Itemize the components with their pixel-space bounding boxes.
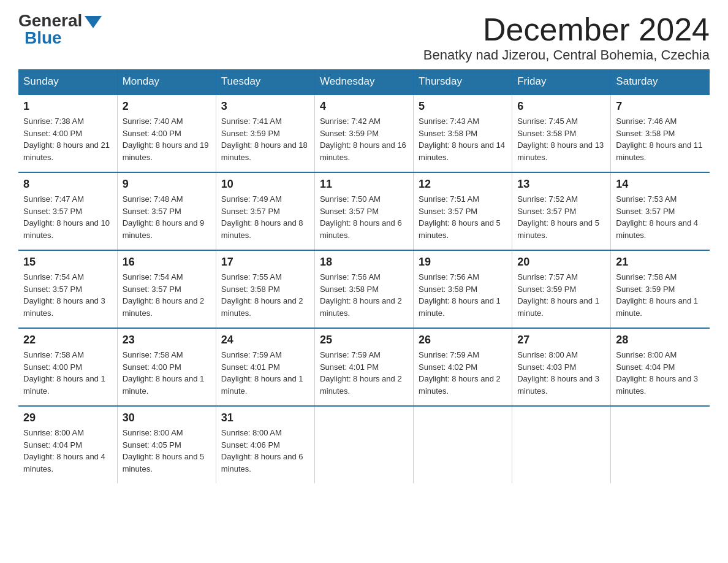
day-info: Sunrise: 7:40 AM Sunset: 4:00 PM Dayligh… [123,115,211,163]
day-info: Sunrise: 7:59 AM Sunset: 4:02 PM Dayligh… [419,349,507,397]
day-number: 27 [517,334,605,347]
day-number: 30 [123,412,211,424]
weekday-header-thursday: Thursday [414,69,512,94]
day-info: Sunrise: 7:52 AM Sunset: 3:57 PM Dayligh… [517,193,605,241]
day-info: Sunrise: 7:58 AM Sunset: 3:59 PM Dayligh… [616,271,705,319]
calendar-cell: 5 Sunrise: 7:43 AM Sunset: 3:58 PM Dayli… [414,94,512,172]
title-block: December 2024 Benatky nad Jizerou, Centr… [423,12,710,63]
day-info: Sunrise: 7:38 AM Sunset: 4:00 PM Dayligh… [23,115,112,163]
day-number: 21 [616,256,705,269]
day-number: 13 [517,178,605,191]
day-number: 29 [23,412,112,424]
day-number: 12 [419,178,507,191]
calendar-cell [512,406,611,483]
calendar-cell: 10 Sunrise: 7:49 AM Sunset: 3:57 PM Dayl… [216,172,314,250]
calendar-cell [611,406,710,483]
day-info: Sunrise: 7:46 AM Sunset: 3:58 PM Dayligh… [616,115,705,163]
calendar-table: SundayMondayTuesdayWednesdayThursdayFrid… [18,69,710,483]
page-header: General Blue December 2024 Benatky nad J… [18,12,710,63]
calendar-cell: 23 Sunrise: 7:58 AM Sunset: 4:00 PM Dayl… [117,328,216,406]
day-number: 26 [419,334,507,347]
calendar-week-row: 15 Sunrise: 7:54 AM Sunset: 3:57 PM Dayl… [18,250,710,328]
day-number: 18 [320,256,408,269]
calendar-cell: 18 Sunrise: 7:56 AM Sunset: 3:58 PM Dayl… [314,250,413,328]
calendar-cell: 20 Sunrise: 7:57 AM Sunset: 3:59 PM Dayl… [512,250,611,328]
calendar-cell [314,406,413,483]
weekday-header-tuesday: Tuesday [216,69,314,94]
calendar-cell: 14 Sunrise: 7:53 AM Sunset: 3:57 PM Dayl… [611,172,710,250]
calendar-cell: 31 Sunrise: 8:00 AM Sunset: 4:06 PM Dayl… [216,406,314,483]
day-number: 3 [221,100,309,113]
day-info: Sunrise: 7:48 AM Sunset: 3:57 PM Dayligh… [123,193,211,241]
calendar-cell: 19 Sunrise: 7:56 AM Sunset: 3:58 PM Dayl… [414,250,512,328]
day-number: 22 [23,334,112,347]
day-number: 5 [419,100,507,113]
day-number: 24 [221,334,309,347]
day-number: 25 [320,334,408,347]
logo-blue-text: Blue [25,29,62,47]
day-number: 9 [123,178,211,191]
day-info: Sunrise: 7:59 AM Sunset: 4:01 PM Dayligh… [221,349,309,397]
day-number: 17 [221,256,309,269]
calendar-cell: 4 Sunrise: 7:42 AM Sunset: 3:59 PM Dayli… [314,94,413,172]
calendar-cell: 6 Sunrise: 7:45 AM Sunset: 3:58 PM Dayli… [512,94,611,172]
calendar-cell: 16 Sunrise: 7:54 AM Sunset: 3:57 PM Dayl… [117,250,216,328]
day-number: 4 [320,100,408,113]
day-info: Sunrise: 7:58 AM Sunset: 4:00 PM Dayligh… [123,349,211,397]
calendar-cell: 17 Sunrise: 7:55 AM Sunset: 3:58 PM Dayl… [216,250,314,328]
calendar-cell: 24 Sunrise: 7:59 AM Sunset: 4:01 PM Dayl… [216,328,314,406]
calendar-cell: 29 Sunrise: 8:00 AM Sunset: 4:04 PM Dayl… [18,406,117,483]
calendar-week-row: 1 Sunrise: 7:38 AM Sunset: 4:00 PM Dayli… [18,94,710,172]
calendar-cell: 12 Sunrise: 7:51 AM Sunset: 3:57 PM Dayl… [414,172,512,250]
day-number: 15 [23,256,112,269]
day-info: Sunrise: 7:51 AM Sunset: 3:57 PM Dayligh… [419,193,507,241]
day-info: Sunrise: 7:47 AM Sunset: 3:57 PM Dayligh… [23,193,112,241]
day-number: 19 [419,256,507,269]
day-info: Sunrise: 8:00 AM Sunset: 4:04 PM Dayligh… [23,427,112,475]
logo-general-text: General [18,12,82,29]
day-info: Sunrise: 7:54 AM Sunset: 3:57 PM Dayligh… [123,271,211,319]
day-number: 7 [616,100,705,113]
calendar-cell: 2 Sunrise: 7:40 AM Sunset: 4:00 PM Dayli… [117,94,216,172]
calendar-cell: 21 Sunrise: 7:58 AM Sunset: 3:59 PM Dayl… [611,250,710,328]
weekday-header-friday: Friday [512,69,611,94]
calendar-header-row: SundayMondayTuesdayWednesdayThursdayFrid… [18,69,710,94]
calendar-week-row: 29 Sunrise: 8:00 AM Sunset: 4:04 PM Dayl… [18,406,710,483]
weekday-header-wednesday: Wednesday [314,69,413,94]
calendar-cell: 1 Sunrise: 7:38 AM Sunset: 4:00 PM Dayli… [18,94,117,172]
calendar-cell: 30 Sunrise: 8:00 AM Sunset: 4:05 PM Dayl… [117,406,216,483]
day-info: Sunrise: 7:55 AM Sunset: 3:58 PM Dayligh… [221,271,309,319]
day-info: Sunrise: 7:56 AM Sunset: 3:58 PM Dayligh… [320,271,408,319]
day-info: Sunrise: 7:49 AM Sunset: 3:57 PM Dayligh… [221,193,309,241]
calendar-cell: 9 Sunrise: 7:48 AM Sunset: 3:57 PM Dayli… [117,172,216,250]
day-info: Sunrise: 8:00 AM Sunset: 4:05 PM Dayligh… [123,427,211,475]
day-number: 23 [123,334,211,347]
calendar-week-row: 8 Sunrise: 7:47 AM Sunset: 3:57 PM Dayli… [18,172,710,250]
calendar-cell: 8 Sunrise: 7:47 AM Sunset: 3:57 PM Dayli… [18,172,117,250]
day-info: Sunrise: 7:58 AM Sunset: 4:00 PM Dayligh… [23,349,112,397]
calendar-cell: 27 Sunrise: 8:00 AM Sunset: 4:03 PM Dayl… [512,328,611,406]
logo: General Blue [18,12,102,47]
day-number: 10 [221,178,309,191]
page-subtitle: Benatky nad Jizerou, Central Bohemia, Cz… [423,47,710,63]
calendar-cell: 15 Sunrise: 7:54 AM Sunset: 3:57 PM Dayl… [18,250,117,328]
weekday-header-sunday: Sunday [18,69,117,94]
day-info: Sunrise: 8:00 AM Sunset: 4:06 PM Dayligh… [221,427,309,475]
day-info: Sunrise: 7:41 AM Sunset: 3:59 PM Dayligh… [221,115,309,163]
day-info: Sunrise: 7:56 AM Sunset: 3:58 PM Dayligh… [419,271,507,319]
calendar-week-row: 22 Sunrise: 7:58 AM Sunset: 4:00 PM Dayl… [18,328,710,406]
calendar-cell: 26 Sunrise: 7:59 AM Sunset: 4:02 PM Dayl… [414,328,512,406]
day-number: 14 [616,178,705,191]
calendar-cell: 22 Sunrise: 7:58 AM Sunset: 4:00 PM Dayl… [18,328,117,406]
day-info: Sunrise: 7:42 AM Sunset: 3:59 PM Dayligh… [320,115,408,163]
weekday-header-monday: Monday [117,69,216,94]
day-info: Sunrise: 7:43 AM Sunset: 3:58 PM Dayligh… [419,115,507,163]
day-number: 11 [320,178,408,191]
day-number: 31 [221,412,309,424]
day-number: 28 [616,334,705,347]
page-title: December 2024 [423,12,710,47]
day-info: Sunrise: 7:50 AM Sunset: 3:57 PM Dayligh… [320,193,408,241]
day-info: Sunrise: 7:45 AM Sunset: 3:58 PM Dayligh… [517,115,605,163]
day-number: 16 [123,256,211,269]
day-number: 8 [23,178,112,191]
